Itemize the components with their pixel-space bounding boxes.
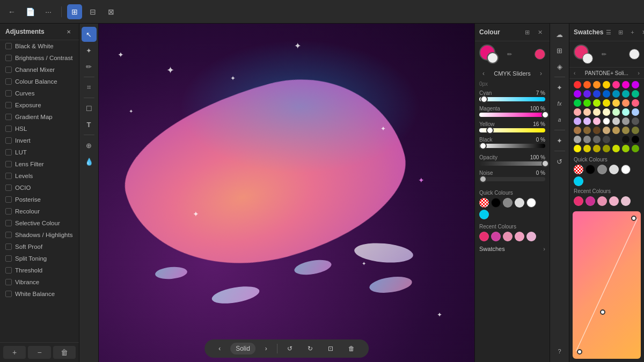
canvas-area[interactable]: ✦ ✦ ✦ ✦ ✦ ✦ ✦ ✦ ✦ ✦ ‹ Solid	[99, 24, 474, 362]
magenta-track[interactable]	[479, 113, 545, 117]
swatch-pink[interactable]	[632, 99, 639, 107]
swatches-recent-2[interactable]	[586, 196, 595, 206]
swatch-dark-yellow[interactable]	[583, 145, 591, 152]
solid-prev-button[interactable]: ‹	[213, 343, 226, 354]
grid3-button[interactable]: ⊠	[104, 4, 119, 19]
adj-delete-button[interactable]: 🗑	[53, 346, 76, 359]
more-button[interactable]: ···	[41, 4, 56, 19]
swatches-list-button[interactable]: ☰	[603, 27, 614, 38]
layers-tool-button[interactable]: ☁	[552, 27, 567, 42]
swatch-golden-rod[interactable]	[593, 145, 601, 152]
swatch-blue-violet[interactable]	[593, 90, 601, 98]
swatch-khaki[interactable]	[612, 127, 620, 134]
cmyk-prev-button[interactable]: ‹	[479, 69, 488, 78]
swatches-lightgray-dot[interactable]	[609, 165, 619, 174]
history-tool-button[interactable]: ↺	[552, 154, 567, 169]
swatch-red[interactable]	[574, 81, 581, 88]
swatch-black[interactable]	[632, 136, 639, 143]
swatch-olive[interactable]	[622, 127, 630, 134]
black-track[interactable]	[479, 144, 545, 148]
adj-item-posterise[interactable]: Posterise	[0, 194, 79, 205]
magenta-thumb[interactable]	[541, 111, 549, 119]
swatch-gray[interactable]	[622, 117, 630, 125]
grid-tool-button[interactable]: ⊞	[552, 43, 567, 58]
swatch-dark-medium-gray[interactable]	[593, 136, 601, 143]
transparent-colour-dot[interactable]	[479, 198, 489, 208]
swatch-light-blue[interactable]	[632, 108, 639, 116]
swatch-sand[interactable]	[603, 127, 610, 134]
rotate-left-button[interactable]: ↺	[282, 343, 298, 354]
swatch-tan[interactable]	[574, 127, 581, 134]
swatch-violet[interactable]	[574, 90, 581, 98]
sub-colour-dot[interactable]	[487, 52, 499, 64]
swatches-sub-colour[interactable]	[582, 53, 593, 64]
adj-item-exposure[interactable]: Exposure	[0, 99, 79, 111]
swatch-light-purple[interactable]	[574, 117, 581, 125]
adj-item-hsl[interactable]: HSL	[0, 123, 79, 135]
swatches-edit-button[interactable]: ✏	[598, 49, 609, 60]
opacity-thumb[interactable]	[541, 160, 549, 167]
gray-colour-dot[interactable]	[503, 198, 513, 208]
blend-tool-button[interactable]: ◈	[552, 59, 567, 74]
swatch-gold[interactable]	[612, 99, 620, 107]
black-colour-dot[interactable]	[491, 198, 501, 208]
recent-5-dot[interactable]	[526, 232, 536, 241]
swatch-brown[interactable]	[583, 127, 591, 134]
recent-2-dot[interactable]	[491, 232, 501, 241]
document-button[interactable]: 📄	[23, 4, 38, 19]
cyan-track[interactable]	[479, 97, 545, 101]
rect-tool-button[interactable]: ☐	[82, 101, 97, 116]
pantone-next-icon[interactable]: ›	[638, 70, 640, 76]
swatch-red-orange[interactable]	[583, 81, 591, 88]
delete-button[interactable]: 🗑	[343, 343, 360, 354]
swatch-purple[interactable]	[632, 81, 639, 88]
swatches-recent-1[interactable]	[574, 196, 583, 206]
swatch-dark-gold[interactable]	[603, 145, 610, 152]
swatch-salmon[interactable]	[622, 99, 630, 107]
swatch-light-pink[interactable]	[593, 117, 601, 125]
adj-item-gradient-map[interactable]: Gradient Map	[0, 111, 79, 123]
swatch-medium-gray[interactable]	[583, 136, 591, 143]
effects-tool-button[interactable]: ✦	[552, 80, 567, 95]
adj-item-split-toning[interactable]: Split Toning	[0, 253, 79, 264]
swatches-grid-button[interactable]: ⊞	[615, 27, 626, 38]
adj-item-levels[interactable]: Levels	[0, 170, 79, 182]
paint-tool-button[interactable]: ✏	[82, 59, 97, 74]
swatch-bright-yellow[interactable]	[574, 145, 581, 152]
swatches-row[interactable]: Swatches ›	[475, 243, 550, 254]
duplicate-button[interactable]: ⊡	[323, 343, 339, 354]
cyan-thumb[interactable]	[480, 95, 488, 103]
swatch-light-red[interactable]	[574, 108, 581, 116]
swatches-close-button[interactable]: ✕	[639, 27, 644, 38]
swatches-cyan-dot[interactable]	[574, 176, 583, 186]
swatch-teal[interactable]	[622, 90, 630, 98]
adj-item-colour-balance[interactable]: Colour Balance	[0, 76, 79, 87]
colour-close-button[interactable]: ✕	[535, 27, 545, 38]
swatch-yellow-orange[interactable]	[603, 81, 610, 88]
opacity-track[interactable]	[479, 161, 545, 166]
adj-item-shadows--highlights[interactable]: Shadows / Highlights	[0, 229, 79, 241]
recent-colour-dot[interactable]	[535, 49, 545, 60]
adj-item-black-&-white[interactable]: Black & White	[0, 40, 79, 52]
swatch-near-black[interactable]	[612, 136, 620, 143]
swatch-yellow[interactable]	[603, 99, 610, 107]
swatch-light-gray[interactable]	[612, 117, 620, 125]
swatch-yellow-lime[interactable]	[612, 145, 620, 152]
adj-item-soft-proof[interactable]: Soft Proof	[0, 241, 79, 253]
yellow-track[interactable]	[479, 128, 545, 132]
recent-4-dot[interactable]	[515, 232, 524, 241]
swatch-light-yellow[interactable]	[603, 108, 610, 116]
text-tool-button[interactable]: T	[82, 117, 97, 132]
noise-track[interactable]	[479, 177, 545, 181]
gradient-preview[interactable]	[573, 211, 641, 359]
help-tool-button[interactable]: ?	[552, 344, 567, 359]
swatch-yellow-green[interactable]	[583, 99, 591, 107]
swatch-green[interactable]	[574, 99, 581, 107]
adjustments-close[interactable]: ✕	[64, 27, 74, 36]
swatch-light-lime[interactable]	[622, 145, 630, 152]
grid2-button[interactable]: ⊟	[85, 4, 100, 19]
swatch-charcoal[interactable]	[603, 136, 610, 143]
clone-tool-button[interactable]: ⊕	[82, 138, 97, 153]
swatches-white-dot[interactable]	[629, 49, 640, 60]
adj-item-vibrance[interactable]: Vibrance	[0, 276, 79, 288]
